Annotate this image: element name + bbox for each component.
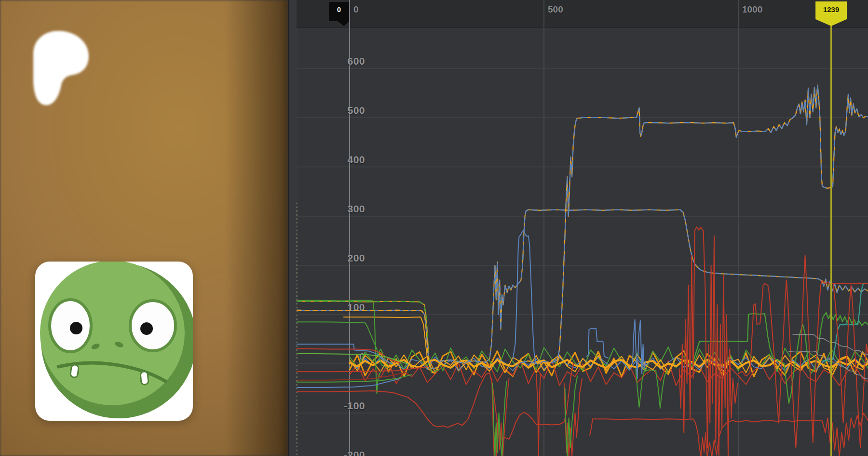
curve-blue-stepped-B-main[interactable] [521,85,868,364]
panel-resize-handle[interactable] [296,203,298,456]
curve-red-plateau-right-163[interactable] [834,283,868,284]
playhead-line[interactable] [830,19,832,456]
curve-red-vertical-486[interactable] [536,373,541,456]
curve-entry-green-neg37[interactable] [297,374,412,382]
curve-blue-stepped-B-main[interactable] [521,85,868,364]
curve-teal-right[interactable] [822,283,868,362]
curve-canvas[interactable] [0,0,868,456]
screenshot-root: 6005004003002001000-100-20005001000 0 12… [0,0,868,456]
curve-blue-bump-262[interactable] [513,230,536,364]
curve-entry-orange-95[interactable] [344,317,431,367]
curve-red-bottom-wander[interactable] [297,364,573,439]
